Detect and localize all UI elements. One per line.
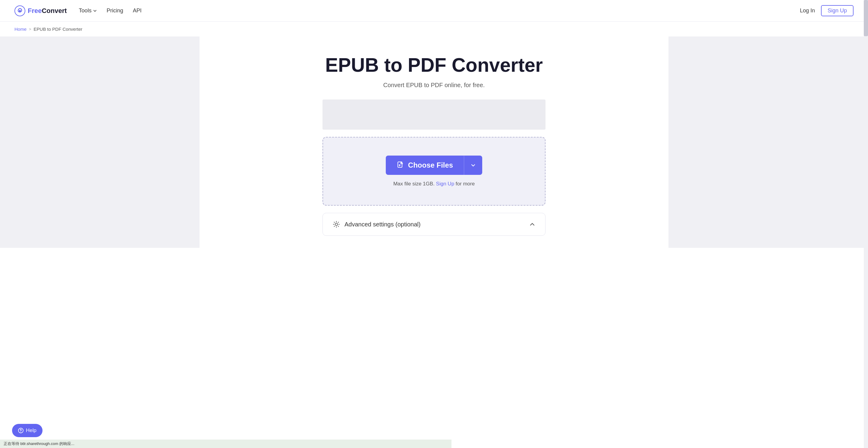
center-content: EPUB to PDF Converter Convert EPUB to PD… (316, 36, 552, 248)
sidebar-left (0, 36, 199, 248)
ad-banner (322, 99, 546, 130)
nav-tools[interactable]: Tools (79, 7, 97, 14)
drop-zone[interactable]: Choose Files Max file size 1GB. Sign Up … (322, 137, 546, 206)
nav-pricing[interactable]: Pricing (107, 7, 123, 14)
advanced-settings-left: Advanced settings (optional) (333, 220, 421, 228)
header-left: FreeConvert Tools Pricing API (14, 5, 142, 16)
file-size-info: Max file size 1GB. Sign Up for more (393, 181, 475, 187)
page-wrapper: EPUB to PDF Converter Convert EPUB to PD… (0, 36, 868, 248)
breadcrumb-home-link[interactable]: Home (14, 27, 27, 32)
breadcrumb-separator: > (29, 27, 31, 31)
choose-files-label: Choose Files (408, 161, 453, 170)
page-subtitle: Convert EPUB to PDF online, for free. (383, 82, 485, 89)
main-nav: Tools Pricing API (79, 7, 142, 14)
chevron-down-icon (93, 9, 97, 13)
advanced-settings-label: Advanced settings (optional) (344, 221, 421, 228)
gear-icon (333, 220, 340, 228)
file-upload-icon (397, 161, 404, 169)
nav-api[interactable]: API (133, 7, 142, 14)
sidebar-right (669, 36, 868, 248)
login-button[interactable]: Log In (800, 7, 815, 14)
scrollbar-thumb[interactable] (864, 0, 868, 36)
header: FreeConvert Tools Pricing API Log In Sig… (0, 0, 868, 22)
scrollbar[interactable] (864, 0, 868, 248)
dropdown-chevron-icon (470, 162, 476, 168)
logo-icon (14, 5, 25, 16)
choose-files-dropdown-button[interactable] (464, 155, 482, 175)
chevron-up-icon (529, 221, 535, 228)
logo[interactable]: FreeConvert (14, 5, 67, 16)
advanced-settings[interactable]: Advanced settings (optional) (322, 213, 546, 236)
signup-button[interactable]: Sign Up (821, 5, 854, 16)
page-title: EPUB to PDF Converter (325, 55, 543, 76)
choose-files-group: Choose Files (386, 155, 482, 175)
logo-text: FreeConvert (28, 7, 67, 15)
header-right: Log In Sign Up (800, 5, 854, 16)
signup-link[interactable]: Sign Up (436, 181, 454, 187)
choose-files-button[interactable]: Choose Files (386, 155, 464, 175)
breadcrumb-current: EPUB to PDF Converter (34, 27, 83, 32)
svg-point-1 (19, 10, 21, 12)
svg-point-3 (335, 223, 338, 226)
breadcrumb: Home > EPUB to PDF Converter (0, 22, 868, 36)
